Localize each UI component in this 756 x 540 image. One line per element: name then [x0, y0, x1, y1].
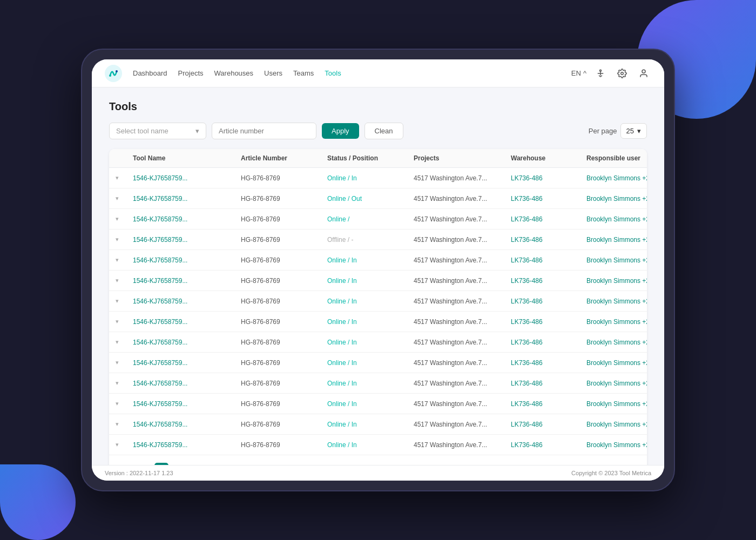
navbar: Dashboard Projects Warehouses Users Team… — [92, 59, 664, 87]
tool-name-link[interactable]: 1546-KJ7658759... — [133, 277, 241, 285]
tool-name-select[interactable]: Select tool name ▾ — [109, 123, 206, 139]
responsible-link[interactable]: Brooklyn Simmons +2... — [586, 441, 647, 449]
warehouse-link[interactable]: LK736-486 — [511, 441, 586, 449]
tools-table: Tool Name Article Number Status / Positi… — [109, 149, 647, 465]
table-row: ▾ 1546-KJ7658759... HG-876-8769 Online /… — [109, 414, 647, 435]
user-icon[interactable] — [636, 66, 651, 81]
row-expand-chevron[interactable]: ▾ — [116, 277, 133, 284]
tablet-frame: Dashboard Projects Warehouses Users Team… — [81, 49, 675, 491]
article-number-input[interactable] — [212, 123, 316, 139]
row-expand-chevron[interactable]: ▾ — [116, 339, 133, 346]
tool-name-link[interactable]: 1546-KJ7658759... — [133, 318, 241, 326]
tool-name-link[interactable]: 1546-KJ7658759... — [133, 236, 241, 244]
warehouse-link[interactable]: LK736-486 — [511, 195, 586, 202]
warehouse-link[interactable]: LK736-486 — [511, 380, 586, 387]
table-body: ▾ 1546-KJ7658759... HG-876-8769 Online /… — [109, 168, 647, 455]
tool-name-link[interactable]: 1546-KJ7658759... — [133, 400, 241, 408]
row-expand-chevron[interactable]: ▾ — [116, 441, 133, 448]
row-expand-chevron[interactable]: ▾ — [116, 215, 133, 222]
nav-links: Dashboard Projects Warehouses Users Team… — [133, 67, 571, 79]
article-number: HG-876-8769 — [241, 195, 327, 202]
responsible-link[interactable]: Brooklyn Simmons +2... — [586, 215, 647, 223]
nav-users[interactable]: Users — [264, 67, 282, 79]
main-content: Tools Select tool name ▾ Apply Clean Per… — [92, 87, 664, 465]
nav-dashboard[interactable]: Dashboard — [133, 67, 167, 79]
warehouse-link[interactable]: LK736-486 — [511, 400, 586, 408]
warehouse-link[interactable]: LK736-486 — [511, 277, 586, 285]
per-page-select[interactable]: 25 ▾ — [620, 123, 647, 139]
article-number: HG-876-8769 — [241, 318, 327, 326]
project-text: 4517 Washington Ave.7... — [414, 298, 511, 305]
chevron-down-icon: ▾ — [195, 127, 199, 135]
responsible-link[interactable]: Brooklyn Simmons +2... — [586, 277, 647, 285]
responsible-link[interactable]: Brooklyn Simmons +2... — [586, 380, 647, 387]
clean-button[interactable]: Clean — [364, 123, 403, 139]
tool-name-link[interactable]: 1546-KJ7658759... — [133, 359, 241, 367]
responsible-link[interactable]: Brooklyn Simmons +2... — [586, 174, 647, 182]
warehouse-link[interactable]: LK736-486 — [511, 236, 586, 244]
nav-teams[interactable]: Teams — [293, 67, 314, 79]
version-info: Version : 2022-11-17 1.23 — [105, 470, 173, 476]
accessibility-icon[interactable] — [593, 66, 608, 81]
project-text: 4517 Washington Ave.7... — [414, 256, 511, 264]
table-row: ▾ 1546-KJ7658759... HG-876-8769 Online /… — [109, 373, 647, 394]
warehouse-link[interactable]: LK736-486 — [511, 298, 586, 305]
table-header: Tool Name Article Number Status / Positi… — [109, 149, 647, 168]
responsible-link[interactable]: Brooklyn Simmons +2... — [586, 236, 647, 244]
responsible-link[interactable]: Brooklyn Simmons +2... — [586, 256, 647, 264]
row-expand-chevron[interactable]: ▾ — [116, 318, 133, 325]
responsible-link[interactable]: Brooklyn Simmons +2... — [586, 298, 647, 305]
tool-name-link[interactable]: 1546-KJ7658759... — [133, 421, 241, 428]
tool-name-link[interactable]: 1546-KJ7658759... — [133, 339, 241, 346]
row-expand-chevron[interactable]: ▾ — [116, 174, 133, 181]
th-tool-name: Tool Name — [133, 154, 241, 162]
row-expand-chevron[interactable]: ▾ — [116, 421, 133, 428]
svg-point-5 — [642, 70, 645, 73]
warehouse-link[interactable]: LK736-486 — [511, 339, 586, 346]
status-badge: Online / In — [327, 339, 414, 346]
project-text: 4517 Washington Ave.7... — [414, 400, 511, 408]
article-number: HG-876-8769 — [241, 277, 327, 285]
th-article-number: Article Number — [241, 154, 327, 162]
tablet-screen: Dashboard Projects Warehouses Users Team… — [92, 59, 664, 481]
apply-button[interactable]: Apply — [322, 123, 359, 139]
tool-name-link[interactable]: 1546-KJ7658759... — [133, 195, 241, 202]
project-text: 4517 Washington Ave.7... — [414, 277, 511, 285]
article-number: HG-876-8769 — [241, 298, 327, 305]
tool-name-link[interactable]: 1546-KJ7658759... — [133, 380, 241, 387]
warehouse-link[interactable]: LK736-486 — [511, 318, 586, 326]
row-expand-chevron[interactable]: ▾ — [116, 256, 133, 264]
tool-name-link[interactable]: 1546-KJ7658759... — [133, 441, 241, 449]
warehouse-link[interactable]: LK736-486 — [511, 421, 586, 428]
settings-icon[interactable] — [615, 66, 630, 81]
nav-projects[interactable]: Projects — [178, 67, 204, 79]
row-expand-chevron[interactable]: ▾ — [116, 400, 133, 407]
responsible-link[interactable]: Brooklyn Simmons +2... — [586, 339, 647, 346]
tool-name-link[interactable]: 1546-KJ7658759... — [133, 215, 241, 223]
tool-name-link[interactable]: 1546-KJ7658759... — [133, 298, 241, 305]
tool-name-link[interactable]: 1546-KJ7658759... — [133, 256, 241, 264]
row-expand-chevron[interactable]: ▾ — [116, 380, 133, 387]
tool-name-select-label: Select tool name — [116, 127, 168, 135]
filter-bar: Select tool name ▾ Apply Clean Per page … — [109, 123, 647, 139]
row-expand-chevron[interactable]: ▾ — [116, 236, 133, 243]
responsible-link[interactable]: Brooklyn Simmons +2... — [586, 318, 647, 326]
table-row: ▾ 1546-KJ7658759... HG-876-8769 Online /… — [109, 394, 647, 414]
responsible-link[interactable]: Brooklyn Simmons +2... — [586, 359, 647, 367]
responsible-link[interactable]: Brooklyn Simmons +2... — [586, 400, 647, 408]
warehouse-link[interactable]: LK736-486 — [511, 359, 586, 367]
warehouse-link[interactable]: LK736-486 — [511, 256, 586, 264]
responsible-link[interactable]: Brooklyn Simmons +2... — [586, 421, 647, 428]
tool-name-link[interactable]: 1546-KJ7658759... — [133, 174, 241, 182]
nav-tools[interactable]: Tools — [325, 67, 341, 79]
warehouse-link[interactable]: LK736-486 — [511, 215, 586, 223]
row-expand-chevron[interactable]: ▾ — [116, 195, 133, 202]
th-status: Status / Position — [327, 154, 414, 162]
project-text: 4517 Washington Ave.7... — [414, 339, 511, 346]
row-expand-chevron[interactable]: ▾ — [116, 298, 133, 305]
responsible-link[interactable]: Brooklyn Simmons +2... — [586, 195, 647, 202]
row-expand-chevron[interactable]: ▾ — [116, 359, 133, 366]
language-selector[interactable]: EN ^ — [571, 69, 586, 77]
nav-warehouses[interactable]: Warehouses — [214, 67, 254, 79]
warehouse-link[interactable]: LK736-486 — [511, 174, 586, 182]
